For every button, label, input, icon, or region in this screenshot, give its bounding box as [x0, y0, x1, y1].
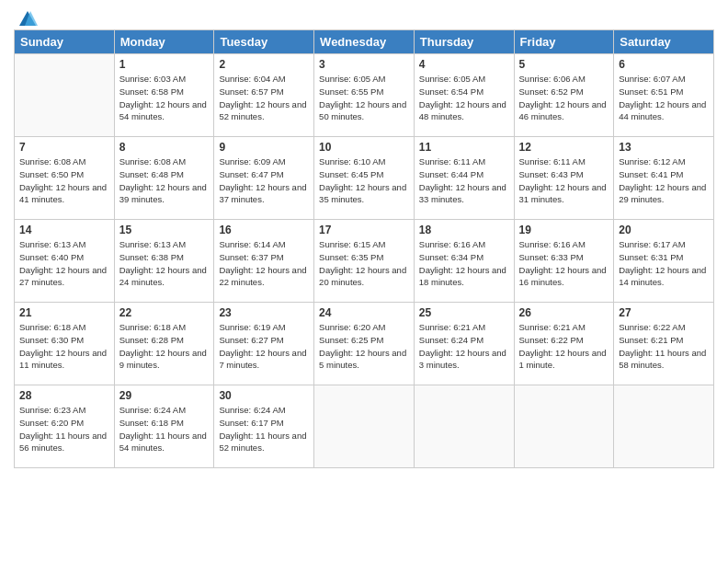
- calendar-cell: 26Sunrise: 6:21 AMSunset: 6:22 PMDayligh…: [514, 303, 614, 385]
- day-info: Sunrise: 6:23 AMSunset: 6:20 PMDaylight:…: [19, 404, 109, 454]
- day-info: Sunrise: 6:03 AMSunset: 6:58 PMDaylight:…: [119, 73, 210, 123]
- day-info: Sunrise: 6:16 AMSunset: 6:34 PMDaylight:…: [419, 238, 509, 289]
- calendar-cell: [514, 385, 614, 468]
- day-info: Sunrise: 6:10 AMSunset: 6:45 PMDaylight:…: [319, 155, 409, 206]
- header: [14, 9, 714, 24]
- day-number: 11: [419, 141, 509, 154]
- calendar-cell: [15, 54, 115, 137]
- day-number: 19: [519, 224, 609, 236]
- day-number: 1: [119, 58, 210, 71]
- weekday-header: Tuesday: [214, 30, 314, 54]
- day-info: Sunrise: 6:22 AMSunset: 6:21 PMDaylight:…: [619, 321, 709, 372]
- day-number: 7: [19, 141, 109, 154]
- calendar-cell: 4Sunrise: 6:05 AMSunset: 6:54 PMDaylight…: [414, 54, 514, 137]
- calendar-cell: 13Sunrise: 6:12 AMSunset: 6:41 PMDayligh…: [614, 137, 714, 220]
- day-number: 22: [119, 306, 210, 319]
- day-number: 29: [119, 389, 210, 402]
- calendar-week-row: 14Sunrise: 6:13 AMSunset: 6:40 PMDayligh…: [15, 220, 714, 303]
- calendar-cell: [414, 385, 514, 468]
- calendar-week-row: 1Sunrise: 6:03 AMSunset: 6:58 PMDaylight…: [15, 54, 714, 137]
- calendar-cell: 16Sunrise: 6:14 AMSunset: 6:37 PMDayligh…: [214, 220, 314, 303]
- day-number: 4: [419, 58, 509, 71]
- day-info: Sunrise: 6:09 AMSunset: 6:47 PMDaylight:…: [219, 155, 309, 206]
- day-number: 25: [419, 306, 509, 319]
- day-info: Sunrise: 6:07 AMSunset: 6:51 PMDaylight:…: [619, 73, 709, 123]
- day-info: Sunrise: 6:05 AMSunset: 6:55 PMDaylight:…: [319, 73, 409, 123]
- calendar-cell: 30Sunrise: 6:24 AMSunset: 6:17 PMDayligh…: [214, 385, 314, 468]
- calendar-cell: 10Sunrise: 6:10 AMSunset: 6:45 PMDayligh…: [314, 137, 415, 220]
- day-info: Sunrise: 6:08 AMSunset: 6:48 PMDaylight:…: [119, 155, 210, 206]
- calendar: SundayMondayTuesdayWednesdayThursdayFrid…: [14, 29, 714, 468]
- day-info: Sunrise: 6:04 AMSunset: 6:57 PMDaylight:…: [219, 73, 309, 123]
- calendar-week-row: 28Sunrise: 6:23 AMSunset: 6:20 PMDayligh…: [15, 385, 714, 468]
- calendar-cell: 23Sunrise: 6:19 AMSunset: 6:27 PMDayligh…: [214, 303, 314, 385]
- calendar-cell: 19Sunrise: 6:16 AMSunset: 6:33 PMDayligh…: [514, 220, 614, 303]
- calendar-cell: 18Sunrise: 6:16 AMSunset: 6:34 PMDayligh…: [414, 220, 514, 303]
- calendar-cell: 22Sunrise: 6:18 AMSunset: 6:28 PMDayligh…: [114, 303, 214, 385]
- day-number: 23: [219, 306, 309, 319]
- calendar-cell: 8Sunrise: 6:08 AMSunset: 6:48 PMDaylight…: [114, 137, 214, 220]
- day-number: 13: [619, 141, 709, 154]
- day-number: 12: [519, 141, 609, 154]
- day-info: Sunrise: 6:15 AMSunset: 6:35 PMDaylight:…: [319, 238, 409, 289]
- day-number: 6: [619, 58, 709, 71]
- day-info: Sunrise: 6:24 AMSunset: 6:18 PMDaylight:…: [119, 404, 210, 454]
- day-number: 8: [119, 141, 210, 154]
- day-info: Sunrise: 6:08 AMSunset: 6:50 PMDaylight:…: [19, 155, 109, 206]
- day-number: 10: [319, 141, 409, 154]
- weekday-header: Sunday: [15, 30, 115, 54]
- calendar-cell: 5Sunrise: 6:06 AMSunset: 6:52 PMDaylight…: [514, 54, 614, 137]
- calendar-cell: 27Sunrise: 6:22 AMSunset: 6:21 PMDayligh…: [614, 303, 714, 385]
- calendar-cell: 7Sunrise: 6:08 AMSunset: 6:50 PMDaylight…: [15, 137, 115, 220]
- day-number: 5: [519, 58, 609, 71]
- day-number: 3: [319, 58, 409, 71]
- calendar-week-row: 21Sunrise: 6:18 AMSunset: 6:30 PMDayligh…: [15, 303, 714, 385]
- calendar-cell: 24Sunrise: 6:20 AMSunset: 6:25 PMDayligh…: [314, 303, 415, 385]
- day-number: 9: [219, 141, 309, 154]
- day-number: 18: [419, 224, 509, 236]
- calendar-cell: 15Sunrise: 6:13 AMSunset: 6:38 PMDayligh…: [114, 220, 214, 303]
- day-number: 14: [19, 224, 109, 236]
- calendar-cell: 28Sunrise: 6:23 AMSunset: 6:20 PMDayligh…: [15, 385, 115, 468]
- calendar-cell: 14Sunrise: 6:13 AMSunset: 6:40 PMDayligh…: [15, 220, 115, 303]
- calendar-cell: [314, 385, 415, 468]
- calendar-cell: 11Sunrise: 6:11 AMSunset: 6:44 PMDayligh…: [414, 137, 514, 220]
- day-info: Sunrise: 6:05 AMSunset: 6:54 PMDaylight:…: [419, 73, 509, 123]
- calendar-cell: 29Sunrise: 6:24 AMSunset: 6:18 PMDayligh…: [114, 385, 214, 468]
- day-info: Sunrise: 6:21 AMSunset: 6:22 PMDaylight:…: [519, 321, 609, 372]
- logo-icon: [17, 9, 38, 29]
- day-info: Sunrise: 6:19 AMSunset: 6:27 PMDaylight:…: [219, 321, 309, 372]
- calendar-cell: 25Sunrise: 6:21 AMSunset: 6:24 PMDayligh…: [414, 303, 514, 385]
- day-info: Sunrise: 6:12 AMSunset: 6:41 PMDaylight:…: [619, 155, 709, 206]
- day-number: 28: [19, 389, 109, 402]
- calendar-cell: 6Sunrise: 6:07 AMSunset: 6:51 PMDaylight…: [614, 54, 714, 137]
- weekday-header: Wednesday: [314, 30, 415, 54]
- day-number: 20: [619, 224, 709, 236]
- day-info: Sunrise: 6:16 AMSunset: 6:33 PMDaylight:…: [519, 238, 609, 289]
- day-info: Sunrise: 6:14 AMSunset: 6:37 PMDaylight:…: [219, 238, 309, 289]
- page: SundayMondayTuesdayWednesdayThursdayFrid…: [0, 0, 728, 563]
- calendar-cell: 2Sunrise: 6:04 AMSunset: 6:57 PMDaylight…: [214, 54, 314, 137]
- calendar-week-row: 7Sunrise: 6:08 AMSunset: 6:50 PMDaylight…: [15, 137, 714, 220]
- day-info: Sunrise: 6:24 AMSunset: 6:17 PMDaylight:…: [219, 404, 309, 454]
- day-number: 16: [219, 224, 309, 236]
- day-number: 30: [219, 389, 309, 402]
- day-info: Sunrise: 6:13 AMSunset: 6:38 PMDaylight:…: [119, 238, 210, 289]
- day-info: Sunrise: 6:13 AMSunset: 6:40 PMDaylight:…: [19, 238, 109, 289]
- day-number: 26: [519, 306, 609, 319]
- calendar-cell: 12Sunrise: 6:11 AMSunset: 6:43 PMDayligh…: [514, 137, 614, 220]
- calendar-cell: 3Sunrise: 6:05 AMSunset: 6:55 PMDaylight…: [314, 54, 415, 137]
- calendar-cell: 9Sunrise: 6:09 AMSunset: 6:47 PMDaylight…: [214, 137, 314, 220]
- day-number: 2: [219, 58, 309, 71]
- weekday-header: Friday: [514, 30, 614, 54]
- weekday-header: Saturday: [614, 30, 714, 54]
- day-info: Sunrise: 6:06 AMSunset: 6:52 PMDaylight:…: [519, 73, 609, 123]
- calendar-header-row: SundayMondayTuesdayWednesdayThursdayFrid…: [15, 30, 714, 54]
- day-info: Sunrise: 6:11 AMSunset: 6:44 PMDaylight:…: [419, 155, 509, 206]
- day-info: Sunrise: 6:11 AMSunset: 6:43 PMDaylight:…: [519, 155, 609, 206]
- day-info: Sunrise: 6:21 AMSunset: 6:24 PMDaylight:…: [419, 321, 509, 372]
- calendar-cell: 21Sunrise: 6:18 AMSunset: 6:30 PMDayligh…: [15, 303, 115, 385]
- day-number: 27: [619, 306, 709, 319]
- calendar-cell: 20Sunrise: 6:17 AMSunset: 6:31 PMDayligh…: [614, 220, 714, 303]
- logo: [14, 9, 38, 24]
